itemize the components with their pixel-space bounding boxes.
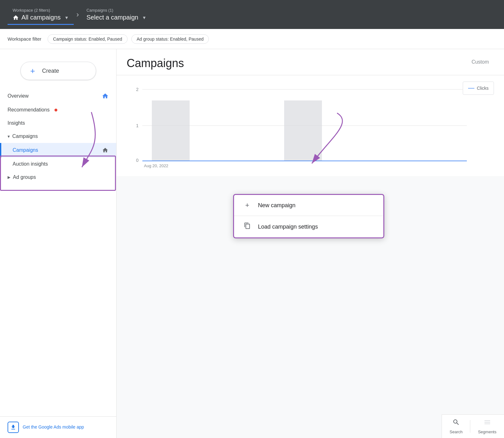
home-icon-nav [13, 14, 19, 21]
campaigns-group-header[interactable]: ▾ Campaigns [0, 130, 116, 143]
auction-insights-label: Auction insights [13, 161, 48, 167]
recommendations-label: Recommendations [8, 107, 49, 113]
svg-text:2: 2 [136, 87, 139, 92]
recommendations-badge [54, 109, 57, 111]
breadcrumb: Workspace (2 filters) All campaigns ▼ › … [8, 4, 152, 25]
svg-rect-9 [152, 100, 190, 161]
segments-icon [484, 418, 491, 428]
insights-label: Insights [8, 120, 25, 126]
campaign-dropdown-menu: + New campaign Load campaign settings [233, 194, 384, 238]
page-title: Campaigns [127, 57, 184, 70]
campaigns-chevron-down: ▾ [8, 134, 10, 139]
google-plus-icon: + [30, 66, 38, 75]
ad-groups-label: Ad groups [13, 174, 36, 180]
legend-label: Clicks [477, 86, 489, 91]
svg-text:1: 1 [136, 123, 139, 128]
search-tab-label: Search [450, 429, 462, 434]
create-button-label: Create [42, 68, 59, 74]
sidebar-item-auction-insights[interactable]: Auction insights [0, 157, 116, 171]
top-navigation: Workspace (2 filters) All campaigns ▼ › … [0, 0, 504, 29]
workspace-value: All campaigns ▼ [13, 14, 69, 21]
main-content: Campaigns Custom Clicks 2 1 0 Aug 20, [117, 49, 504, 438]
svg-text:Aug 20, 2022: Aug 20, 2022 [144, 163, 168, 168]
content-header: Campaigns Custom [117, 49, 504, 75]
create-button[interactable]: + Create [20, 62, 96, 80]
overview-home-icon [102, 93, 109, 100]
workspace-dropdown-arrow: ▼ [65, 15, 69, 20]
load-campaign-settings-item[interactable]: Load campaign settings [234, 216, 383, 237]
segments-tab-label: Segments [478, 429, 496, 434]
campaigns-dropdown-arrow: ▼ [142, 15, 146, 20]
mobile-app-link[interactable]: Get the Google Ads mobile app [0, 416, 116, 438]
campaigns-nav-value: Select a campaign ▼ [86, 14, 146, 21]
chart-svg: 2 1 0 Aug 20, 2022 [127, 82, 473, 170]
campaign-status-chip[interactable]: Campaign status: Enabled, Paused [48, 34, 127, 44]
filter-bar: Workspace filter Campaign status: Enable… [0, 29, 504, 49]
campaigns-item-label: Campaigns [13, 147, 38, 153]
copy-icon [243, 222, 252, 231]
sidebar-navigation: Overview Recommendations Insights [0, 86, 116, 416]
search-icon [452, 418, 460, 428]
sidebar-item-insights[interactable]: Insights [0, 117, 116, 130]
new-campaign-item[interactable]: + New campaign [234, 195, 383, 216]
breadcrumb-separator: › [74, 10, 81, 19]
sidebar-item-campaigns[interactable]: Campaigns [0, 143, 116, 157]
campaigns-group-label: Campaigns [12, 134, 38, 139]
workspace-label: Workspace (2 filters) [13, 8, 69, 13]
workspace-nav-item[interactable]: Workspace (2 filters) All campaigns ▼ [8, 4, 74, 25]
campaigns-nav-label: Campaigns (1) [86, 8, 146, 13]
sidebar-item-overview[interactable]: Overview [0, 89, 116, 103]
overview-label: Overview [8, 93, 29, 99]
custom-button[interactable]: Custom [467, 57, 494, 67]
sidebar: + Create Overview [0, 49, 117, 438]
segments-tab[interactable]: Segments [470, 415, 504, 438]
main-layout: + Create Overview [0, 49, 504, 438]
load-campaign-settings-label: Load campaign settings [258, 224, 318, 230]
svg-text:+: + [30, 66, 35, 75]
mobile-app-icon [8, 422, 19, 433]
sidebar-item-ad-groups[interactable]: ▶ Ad groups [0, 171, 116, 184]
plus-icon: + [243, 201, 252, 209]
workspace-filter-label: Workspace filter [8, 36, 41, 42]
new-campaign-label: New campaign [258, 202, 295, 209]
legend-dash [468, 88, 474, 89]
sidebar-item-recommendations[interactable]: Recommendations [0, 103, 116, 117]
legend-box: Clicks [463, 82, 494, 95]
ad-groups-chevron: ▶ [8, 175, 10, 179]
search-tab[interactable]: Search [442, 415, 470, 438]
ad-group-status-chip[interactable]: Ad group status: Enabled, Paused [131, 34, 209, 44]
mobile-app-text: Get the Google Ads mobile app [23, 424, 84, 430]
svg-text:0: 0 [136, 158, 139, 163]
chart-area: Clicks 2 1 0 Aug 20, 2022 [117, 75, 504, 176]
svg-rect-10 [284, 100, 322, 161]
campaigns-nav-item[interactable]: Campaigns (1) Select a campaign ▼ [81, 4, 151, 25]
campaigns-home-icon [102, 147, 109, 154]
